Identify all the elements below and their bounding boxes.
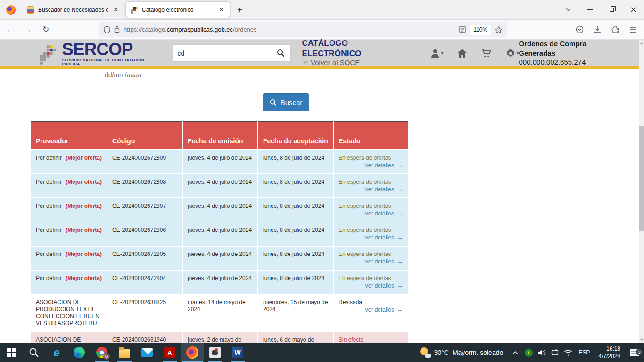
mejor-oferta-label: (Mejor oferta)	[66, 275, 102, 282]
window-minimize-button[interactable]	[579, 0, 601, 19]
taskbar-file-explorer[interactable]	[113, 343, 136, 362]
windows-taskbar: e G A W 30°C Mayorm. soleado ESP 16:18	[0, 343, 644, 362]
ver-detalles-link[interactable]: ver detalles→	[339, 258, 403, 265]
downloads-icon[interactable]	[589, 22, 605, 38]
firefox-view-button[interactable]	[4, 3, 18, 17]
sercop-mosaic-icon	[39, 44, 59, 66]
clock-time: 16:18	[598, 345, 620, 353]
ver-detalles-link[interactable]: ver detalles→	[339, 162, 403, 169]
column-header-fecha-aceptacion: Fecha de aceptación	[258, 122, 333, 150]
home-button[interactable]	[457, 49, 467, 58]
scrollbar-thumb[interactable]	[639, 126, 644, 231]
bookmark-star-icon[interactable]	[495, 26, 503, 33]
taskbar-chrome[interactable]: G	[91, 343, 113, 362]
tab-catalogo-electronico[interactable]: Catálogo electrónico ✕	[126, 2, 230, 18]
cart-button[interactable]	[481, 49, 492, 58]
codigo-value: CE-20240002672809	[107, 150, 182, 174]
date-input-placeholder[interactable]: dd/mm/aaaa	[105, 71, 141, 79]
taskbar-java-app[interactable]	[204, 343, 226, 362]
estado-value: En espera de ofertas	[339, 179, 403, 186]
column-header-estado: Estado	[333, 122, 408, 150]
taskbar-word[interactable]: W	[226, 343, 249, 362]
tray-wifi-icon[interactable]	[561, 349, 575, 356]
sercop-favicon-icon	[131, 6, 138, 14]
zoom-level-indicator[interactable]: 110%	[470, 25, 491, 35]
proveedor-value: ASOCIACION DE PRODUCCION TEXTIL CONFECCI…	[36, 299, 102, 327]
codigo-value: CE-20240002672807	[107, 198, 182, 222]
arrow-right-icon: →	[396, 161, 403, 169]
catalog-search-input[interactable]	[173, 44, 271, 62]
reload-button[interactable]: ↻	[38, 22, 54, 38]
url-bar[interactable]: https://catalogo.compraspublicas.gob.ec/…	[99, 22, 507, 37]
search-icon	[29, 347, 39, 358]
fecha-aceptacion-value: lunes, 8 de julio de 2024	[258, 270, 333, 294]
lock-icon[interactable]	[114, 26, 120, 33]
arrow-right-icon: →	[396, 281, 403, 289]
form-panel-edge	[24, 69, 24, 88]
order-row: ASOCIACION DE PRODUCCION TEXTIL CE-20240…	[31, 332, 408, 343]
taskbar-firefox[interactable]	[181, 343, 204, 362]
tray-volume-icon[interactable]	[535, 349, 548, 356]
forward-button[interactable]: →	[20, 22, 36, 38]
fecha-emision-value: jueves, 2 de mayo de 2024	[182, 332, 258, 343]
ver-detalles-link[interactable]: ver detalles→	[339, 210, 403, 217]
proveedor-value: ASOCIACION DE PRODUCCION TEXTIL	[36, 337, 102, 343]
page-scrollbar[interactable]	[639, 40, 644, 343]
fecha-emision-value: jueves, 4 de julio de 2024	[182, 246, 258, 270]
mejor-oferta-label: (Mejor oferta)	[66, 227, 102, 234]
tray-antivirus-icon[interactable]	[522, 349, 535, 357]
reader-view-icon[interactable]	[459, 26, 466, 33]
taskbar-edge[interactable]	[68, 343, 91, 362]
orders-generated-count: 000.000.002.655.274	[519, 58, 624, 67]
scroll-down-arrow-icon[interactable]	[639, 337, 644, 342]
ver-detalles-link[interactable]: ver detalles→	[339, 234, 403, 241]
pocket-icon[interactable]	[571, 22, 587, 38]
tab-close-icon[interactable]: ✕	[112, 6, 119, 13]
taskbar-search-button[interactable]	[23, 343, 45, 362]
order-row: Por definir(Mejor oferta) CE-20240002672…	[31, 222, 408, 246]
taskbar-mail[interactable]	[136, 343, 158, 362]
action-center-button[interactable]: 3	[625, 349, 644, 356]
tab-close-icon[interactable]: ✕	[218, 6, 225, 13]
proveedor-value: Por definir	[36, 179, 62, 186]
new-tab-button[interactable]: +	[231, 5, 248, 15]
fecha-aceptacion-value: lunes, 6 de mayo de 2024	[258, 332, 333, 343]
language-indicator[interactable]: ESP	[575, 349, 594, 356]
window-close-button[interactable]	[622, 0, 644, 19]
cart-icon	[481, 49, 492, 58]
hand-pointer-icon: ☜	[302, 58, 309, 68]
back-button[interactable]: ←	[2, 22, 18, 38]
ver-detalles-link[interactable]: ver detalles→	[339, 282, 403, 289]
fecha-emision-value: jueves, 4 de julio de 2024	[182, 222, 258, 246]
menu-hamburger-icon[interactable]	[625, 22, 641, 38]
tray-chevron-up-icon[interactable]	[509, 351, 522, 354]
brand-subtitle: SERVICIO NACIONAL DE CONTRATACIÓN PÚBLIC…	[62, 58, 162, 66]
sercop-logo[interactable]: SERCOP SERVICIO NACIONAL DE CONTRATACIÓN…	[39, 41, 162, 66]
taskbar-clock[interactable]: 16:18 4/7/2024	[594, 345, 625, 360]
order-row: Por definir(Mejor oferta) CE-20240002672…	[31, 246, 408, 270]
extensions-puzzle-icon[interactable]	[607, 22, 623, 38]
buscar-button[interactable]: Buscar	[263, 93, 309, 111]
volver-al-soce-link[interactable]: ☜ Volver al SOCE	[302, 58, 408, 68]
list-all-tabs-chevron-icon[interactable]	[557, 0, 579, 19]
scroll-up-arrow-icon[interactable]	[639, 41, 644, 46]
taskbar-internet-explorer[interactable]: e	[45, 343, 68, 362]
fecha-aceptacion-value: lunes, 8 de julio de 2024	[258, 150, 333, 174]
fecha-emision-value: jueves, 4 de julio de 2024	[182, 150, 258, 174]
codigo-value: CE-20240002672806	[107, 222, 182, 246]
tracking-shield-icon[interactable]	[104, 26, 110, 33]
order-row: Por definir(Mejor oferta) CE-20240002672…	[31, 174, 408, 198]
ver-detalles-link[interactable]: ver detalles→	[339, 306, 403, 313]
window-restore-button[interactable]	[601, 0, 622, 19]
settings-menu-button[interactable]: ▾	[506, 49, 519, 58]
taskbar-acrobat[interactable]: A	[158, 343, 181, 362]
tab-buscador-necesidades[interactable]: Buscador de Necesidades de Co ✕	[22, 0, 124, 20]
ver-detalles-link[interactable]: ver detalles→	[339, 186, 403, 193]
tray-device-icon[interactable]	[548, 349, 561, 356]
tab-title: Buscador de Necesidades de Co	[38, 7, 108, 13]
page-content: dd/mm/aaaa Buscar Proveedor Código Fecha…	[0, 69, 644, 343]
weather-widget[interactable]: 30°C Mayorm. soleado	[414, 347, 509, 358]
user-menu-button[interactable]: ▾	[430, 49, 443, 58]
catalog-search-button[interactable]	[271, 44, 291, 62]
start-button[interactable]	[0, 343, 23, 362]
